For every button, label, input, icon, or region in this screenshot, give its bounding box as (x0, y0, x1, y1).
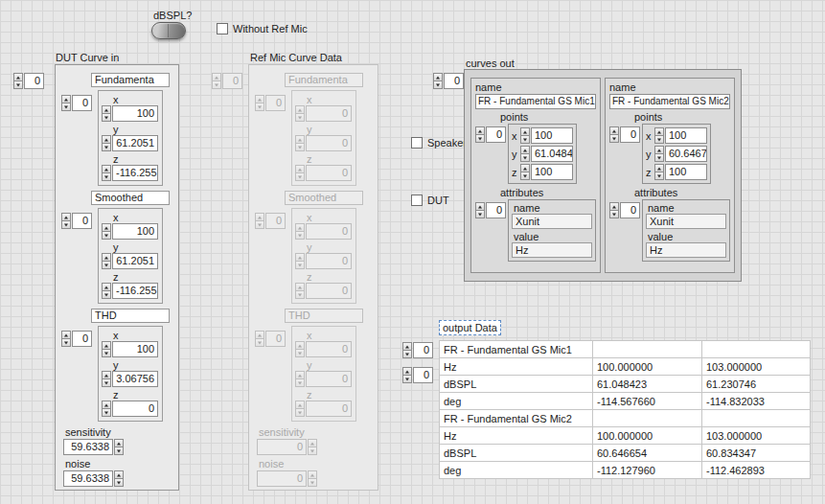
decrement-button[interactable] (296, 262, 304, 268)
spinner[interactable] (654, 146, 664, 162)
decrement-button[interactable] (103, 144, 110, 150)
increment-button[interactable] (296, 284, 304, 291)
numeric-input[interactable]: 0 (295, 223, 352, 240)
spinner[interactable] (102, 105, 111, 122)
increment-button[interactable] (62, 214, 70, 221)
attributes-index-control[interactable]: 0 (609, 202, 640, 218)
numeric-value[interactable]: 0 (306, 135, 352, 151)
spinner[interactable] (102, 401, 111, 417)
checkbox-box[interactable] (411, 137, 423, 149)
spinner[interactable] (255, 95, 264, 111)
noise-field[interactable]: 0 (257, 470, 378, 487)
section-index-control[interactable]: 0 (61, 95, 92, 111)
increment-button[interactable] (476, 203, 484, 211)
numeric-value[interactable]: 100 (531, 127, 573, 144)
section-name-field[interactable]: THD (285, 309, 363, 323)
index-value[interactable]: 0 (265, 213, 286, 229)
spinner[interactable] (13, 73, 23, 89)
attr-name-field[interactable]: Xunit (512, 214, 592, 229)
increment-button[interactable] (62, 332, 70, 339)
output-data-table[interactable]: FR - Fundamental GS Mic1 Hz 100.000000 1… (439, 340, 811, 479)
index-value[interactable]: 0 (265, 95, 286, 111)
spinner[interactable] (295, 105, 305, 122)
increment-button[interactable] (521, 147, 529, 154)
numeric-value[interactable]: 0 (306, 401, 352, 417)
decrement-button[interactable] (476, 211, 484, 218)
section-index-control[interactable]: 0 (255, 95, 286, 111)
attr-value-field[interactable]: Hz (512, 242, 592, 258)
table-cell[interactable]: 60.646654 (593, 445, 702, 462)
spinner[interactable] (102, 253, 111, 269)
spinner[interactable] (102, 371, 111, 387)
spinner[interactable] (102, 165, 111, 181)
numeric-input[interactable]: -116.255 (102, 165, 158, 181)
numeric-value[interactable]: 61.2051 (112, 135, 158, 151)
checkbox-box[interactable] (217, 23, 228, 34)
numeric-value[interactable]: 0 (112, 401, 158, 417)
increment-button[interactable] (115, 440, 123, 447)
increment-button[interactable] (655, 147, 663, 154)
spinner[interactable] (308, 470, 317, 487)
decrement-button[interactable] (296, 409, 304, 416)
decrement-button[interactable] (62, 339, 70, 346)
index-value[interactable]: 0 (486, 202, 506, 218)
table-cell[interactable]: 103.000000 (702, 427, 811, 445)
numeric-input[interactable]: 0 (295, 371, 352, 387)
table-cell[interactable]: -112.127960 (593, 462, 702, 479)
spinner[interactable] (114, 470, 124, 487)
decrement-button[interactable] (14, 81, 22, 88)
increment-button[interactable] (103, 401, 110, 409)
index-value[interactable]: 0 (72, 331, 92, 347)
table-cell[interactable] (702, 410, 811, 427)
decrement-button[interactable] (213, 81, 220, 88)
spinner[interactable] (295, 371, 305, 387)
increment-button[interactable] (655, 165, 663, 172)
numeric-input[interactable]: 61.2051 (102, 253, 158, 269)
numeric-value[interactable]: 100 (665, 127, 707, 144)
increment-button[interactable] (296, 254, 304, 262)
spinner[interactable] (295, 283, 305, 299)
increment-button[interactable] (296, 136, 304, 144)
increment-button[interactable] (476, 127, 484, 135)
decrement-button[interactable] (103, 232, 110, 239)
decrement-button[interactable] (309, 479, 316, 486)
spinner[interactable] (609, 202, 619, 218)
numeric-input[interactable]: 0 (295, 165, 352, 181)
table-cell[interactable]: 103.000000 (702, 358, 811, 376)
decrement-button[interactable] (296, 144, 304, 150)
checkbox-box[interactable] (411, 195, 423, 206)
index-value[interactable]: 0 (222, 73, 242, 89)
table-cell[interactable]: -114.832033 (702, 393, 811, 410)
numeric-value[interactable]: 61.0484 (531, 146, 573, 162)
increment-button[interactable] (296, 224, 304, 232)
increment-button[interactable] (14, 74, 22, 81)
table-cell[interactable]: FR - Fundamental GS Mic2 (440, 410, 593, 427)
spinner[interactable] (402, 342, 412, 358)
decrement-button[interactable] (115, 447, 123, 454)
numeric-value[interactable]: 100 (112, 105, 158, 122)
numeric-value[interactable]: 0 (306, 165, 352, 181)
index-value[interactable]: 0 (413, 342, 433, 358)
decrement-button[interactable] (256, 103, 264, 110)
section-index-control[interactable]: 0 (255, 213, 286, 229)
decrement-button[interactable] (434, 81, 442, 88)
table-cell[interactable]: 100.000000 (593, 427, 702, 445)
curves-out-index-control[interactable]: 0 (433, 73, 464, 89)
increment-button[interactable] (655, 128, 663, 136)
spinner[interactable] (402, 367, 412, 383)
increment-button[interactable] (610, 127, 618, 135)
sensitivity-field[interactable]: 0 (257, 439, 378, 455)
increment-button[interactable] (296, 342, 304, 350)
decrement-button[interactable] (296, 173, 304, 180)
spinner[interactable] (102, 135, 111, 151)
numeric-value[interactable]: -116.255 (112, 283, 158, 299)
spinner[interactable] (114, 439, 124, 455)
section-name-field[interactable]: THD (91, 309, 170, 323)
spinner[interactable] (295, 223, 305, 240)
spinner[interactable] (255, 331, 264, 347)
index-value[interactable]: 0 (265, 331, 286, 347)
numeric-value[interactable]: 100 (665, 164, 707, 180)
spinner[interactable] (520, 146, 530, 162)
increment-button[interactable] (115, 471, 123, 479)
output-row-index-control[interactable]: 0 (402, 342, 433, 358)
